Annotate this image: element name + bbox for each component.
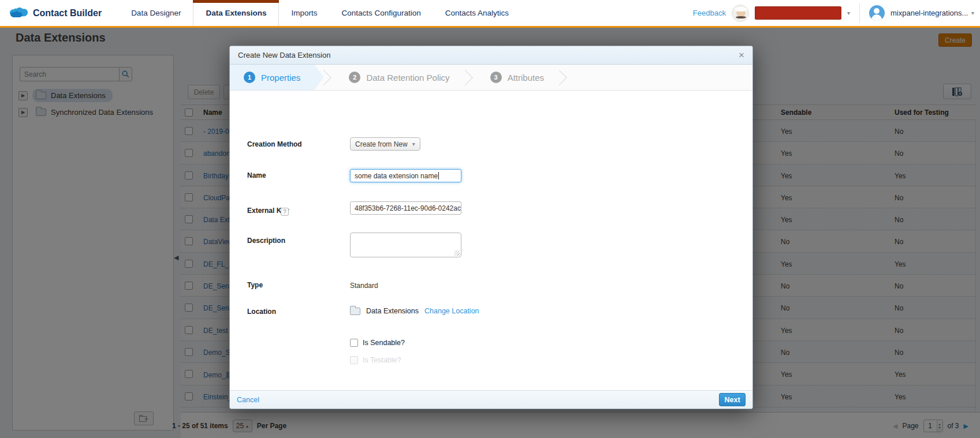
chevron-down-icon[interactable]: ▾ xyxy=(847,10,850,16)
type-value: Standard xyxy=(350,282,378,290)
external-key-value: 48f353b6-7268-11ec-90d6-0242ac1200 xyxy=(355,204,461,212)
help-icon[interactable]: ? xyxy=(281,208,289,216)
nav-item-imports[interactable]: Imports xyxy=(279,0,329,26)
creation-method-label: Creation Method xyxy=(247,140,302,148)
is-sendable-row: Is Sendable? xyxy=(350,339,405,347)
modal-body: Creation Method Create from New ▾ Name s… xyxy=(230,91,752,390)
location-row: Data Extensions Change Location xyxy=(350,307,479,315)
is-sendable-label: Is Sendable? xyxy=(363,339,405,347)
create-data-extension-modal: Create New Data Extension × 1 Properties… xyxy=(229,46,753,409)
step-chevron-divider xyxy=(465,65,476,90)
external-key-input[interactable]: 48f353b6-7268-11ec-90d6-0242ac1200 xyxy=(350,201,461,215)
step-chevron-divider xyxy=(559,65,571,90)
is-testable-checkbox xyxy=(350,356,358,364)
name-input-value: some data extension name xyxy=(355,172,438,180)
wizard-steps: 1 Properties 2 Data Retention Policy 3 A… xyxy=(230,65,752,91)
nav-item-data-designer[interactable]: Data Designer xyxy=(119,0,193,26)
user-avatar-icon[interactable] xyxy=(869,5,885,21)
step-data-retention-policy[interactable]: 2 Data Retention Policy xyxy=(335,65,464,90)
step-label: Attributes xyxy=(508,73,544,83)
app-brand[interactable]: Contact Builder xyxy=(0,0,119,26)
nav-item-contacts-configuration[interactable]: Contacts Configuration xyxy=(329,0,433,26)
is-testable-label: Is Testable? xyxy=(363,356,401,364)
feedback-link[interactable]: Feedback xyxy=(693,9,726,17)
einstein-avatar-icon[interactable] xyxy=(732,5,749,22)
text-cursor xyxy=(438,172,439,179)
nav-item-data-extensions[interactable]: Data Extensions xyxy=(193,0,279,26)
name-label: Name xyxy=(247,171,266,179)
top-nav: Contact Builder Data Designer Data Exten… xyxy=(0,0,980,28)
modal-footer: Cancel Next xyxy=(230,390,752,409)
is-sendable-checkbox[interactable] xyxy=(350,339,358,347)
salesforce-cloud-icon xyxy=(9,7,28,20)
creation-method-dropdown[interactable]: Create from New ▾ xyxy=(350,137,420,151)
redacted-account-block xyxy=(755,6,841,20)
close-icon[interactable]: × xyxy=(739,50,744,60)
is-testable-row: Is Testable? xyxy=(350,356,401,364)
step-chevron-divider xyxy=(323,65,335,90)
change-location-link[interactable]: Change Location xyxy=(424,307,479,315)
location-value: Data Extensions xyxy=(366,307,419,315)
location-label: Location xyxy=(247,308,276,316)
modal-title: Create New Data Extension xyxy=(238,51,330,59)
next-button[interactable]: Next xyxy=(719,393,746,406)
step-attributes[interactable]: 3 Attributes xyxy=(476,65,559,90)
nav-divider xyxy=(859,3,860,23)
cancel-button[interactable]: Cancel xyxy=(237,396,259,404)
step-label: Properties xyxy=(261,73,300,83)
account-name: mixpanel-integrations... xyxy=(890,9,966,17)
nav-right: Feedback ▾ mixpanel-integrations... ▾ xyxy=(693,0,980,26)
chevron-down-icon: ▾ xyxy=(412,141,415,147)
modal-header: Create New Data Extension × xyxy=(230,46,752,65)
app-title: Contact Builder xyxy=(33,8,102,18)
step-properties[interactable]: 1 Properties xyxy=(230,65,323,90)
step-label: Data Retention Policy xyxy=(366,73,449,83)
description-textarea[interactable] xyxy=(350,233,461,257)
main-nav: Data Designer Data Extensions Imports Co… xyxy=(119,0,521,26)
step-number: 2 xyxy=(349,72,360,83)
creation-method-value: Create from New xyxy=(355,140,408,148)
name-input[interactable]: some data extension name xyxy=(350,169,461,182)
account-chevron-down-icon[interactable]: ▾ xyxy=(971,10,974,16)
step-number: 3 xyxy=(490,72,502,83)
nav-item-contacts-analytics[interactable]: Contacts Analytics xyxy=(433,0,521,26)
step-number: 1 xyxy=(244,72,255,83)
description-label: Description xyxy=(247,237,285,245)
type-label: Type xyxy=(247,281,263,289)
screen: Contact Builder Data Designer Data Exten… xyxy=(0,0,980,438)
folder-icon xyxy=(350,308,360,315)
